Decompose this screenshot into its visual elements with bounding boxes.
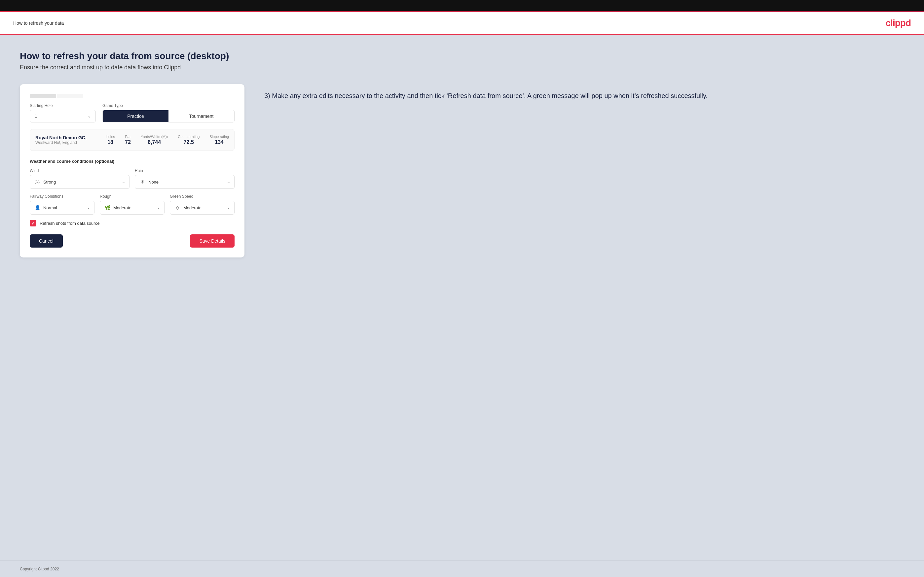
green-speed-select-left: ◇ Moderate xyxy=(174,204,202,211)
header-title: How to refresh your data xyxy=(13,21,64,26)
game-type-group: Game Type Practice Tournament xyxy=(102,103,234,122)
stat-yards: Yards/White (M)) 6,744 xyxy=(141,135,168,145)
content-row: Starting Hole 1 ⌄ Game Type Practice Tou… xyxy=(20,84,904,258)
wind-chevron: ⌄ xyxy=(122,180,125,184)
fairway-label: Fairway Conditions xyxy=(30,194,94,199)
stat-par: Par 72 xyxy=(125,135,131,145)
main-content: How to refresh your data from source (de… xyxy=(0,35,924,560)
wind-value: Strong xyxy=(43,180,56,185)
rough-select[interactable]: 🌿 Moderate ⌄ xyxy=(100,201,165,214)
tournament-button[interactable]: Tournament xyxy=(168,110,234,122)
tab-preview-2 xyxy=(57,94,83,98)
holes-label: Holes xyxy=(106,135,115,139)
rain-select[interactable]: ☀ None ⌄ xyxy=(135,175,234,189)
rough-group: Rough 🌿 Moderate ⌄ xyxy=(100,194,165,214)
footer: Copyright Clippd 2022 xyxy=(0,560,924,577)
starting-hole-chevron: ⌄ xyxy=(87,114,91,119)
rough-value: Moderate xyxy=(113,205,131,210)
fairway-group: Fairway Conditions 👤 Normal ⌄ xyxy=(30,194,94,214)
fairway-select[interactable]: 👤 Normal ⌄ xyxy=(30,201,94,214)
top-bar-accent xyxy=(0,11,924,12)
fairway-value: Normal xyxy=(43,205,57,210)
rain-chevron: ⌄ xyxy=(227,180,230,184)
top-bar xyxy=(0,0,924,12)
stat-course-rating: Course rating 72.5 xyxy=(178,135,200,145)
rough-chevron: ⌄ xyxy=(157,205,160,210)
green-speed-label: Green Speed xyxy=(170,194,234,199)
wind-label: Wind xyxy=(30,168,129,173)
course-stats: Holes 18 Par 72 Yards/White (M)) 6,744 C… xyxy=(106,135,229,145)
logo: clippd xyxy=(886,18,911,28)
par-label: Par xyxy=(125,135,131,139)
wind-select-left: 🌬 Strong xyxy=(34,179,56,185)
cancel-button[interactable]: Cancel xyxy=(30,234,63,248)
wind-rain-row: Wind 🌬 Strong ⌄ Rain ☀ None xyxy=(30,168,234,189)
holes-value: 18 xyxy=(106,139,115,145)
course-rating-value: 72.5 xyxy=(178,139,200,145)
instruction-text: 3) Make any extra edits necessary to the… xyxy=(264,91,904,101)
starting-hole-label: Starting Hole xyxy=(30,103,96,108)
course-name: Royal North Devon GC, xyxy=(36,135,87,140)
wind-select[interactable]: 🌬 Strong ⌄ xyxy=(30,175,129,189)
fairway-chevron: ⌄ xyxy=(87,205,90,210)
course-info: Royal North Devon GC, Westward Ho!, Engl… xyxy=(36,135,87,145)
fairway-icon: 👤 xyxy=(34,204,40,211)
wind-group: Wind 🌬 Strong ⌄ xyxy=(30,168,129,189)
green-speed-value: Moderate xyxy=(183,205,202,210)
practice-button[interactable]: Practice xyxy=(103,110,168,122)
form-actions: Cancel Save Details xyxy=(30,234,234,248)
game-type-label: Game Type xyxy=(102,103,234,108)
stat-slope-rating: Slope rating 134 xyxy=(210,135,229,145)
green-speed-select[interactable]: ◇ Moderate ⌄ xyxy=(170,201,234,214)
rough-select-left: 🌿 Moderate xyxy=(104,204,131,211)
conditions-second-row: Fairway Conditions 👤 Normal ⌄ Rough 🌿 xyxy=(30,194,234,214)
page-subheading: Ensure the correct and most up to date d… xyxy=(20,64,904,71)
header: How to refresh your data clippd xyxy=(0,12,924,35)
slope-rating-label: Slope rating xyxy=(210,135,229,139)
form-panel: Starting Hole 1 ⌄ Game Type Practice Tou… xyxy=(20,84,244,258)
wind-icon: 🌬 xyxy=(34,179,40,185)
rain-value: None xyxy=(148,180,158,185)
rain-label: Rain xyxy=(135,168,234,173)
green-speed-group: Green Speed ◇ Moderate ⌄ xyxy=(170,194,234,214)
game-type-buttons: Practice Tournament xyxy=(102,110,234,122)
conditions-section-label: Weather and course conditions (optional) xyxy=(30,159,234,164)
side-instruction: 3) Make any extra edits necessary to the… xyxy=(264,84,904,101)
fairway-select-left: 👤 Normal xyxy=(34,204,57,211)
rain-select-left: ☀ None xyxy=(139,179,158,185)
refresh-checkbox[interactable] xyxy=(30,220,36,226)
tab-preview-1 xyxy=(30,94,56,98)
page-heading: How to refresh your data from source (de… xyxy=(20,51,904,61)
starting-hole-value: 1 xyxy=(35,114,37,119)
course-card: Royal North Devon GC, Westward Ho!, Engl… xyxy=(30,129,234,151)
stat-holes: Holes 18 xyxy=(106,135,115,145)
form-top-row: Starting Hole 1 ⌄ Game Type Practice Tou… xyxy=(30,103,234,122)
rain-group: Rain ☀ None ⌄ xyxy=(135,168,234,189)
copyright: Copyright Clippd 2022 xyxy=(20,567,59,571)
yards-label: Yards/White (M)) xyxy=(141,135,168,139)
refresh-checkbox-row: Refresh shots from data source xyxy=(30,220,234,226)
starting-hole-group: Starting Hole 1 ⌄ xyxy=(30,103,96,122)
rough-icon: 🌿 xyxy=(104,204,111,211)
save-button[interactable]: Save Details xyxy=(190,234,234,248)
rain-icon: ☀ xyxy=(139,179,146,185)
slope-rating-value: 134 xyxy=(210,139,229,145)
yards-value: 6,744 xyxy=(141,139,168,145)
refresh-label: Refresh shots from data source xyxy=(40,221,99,226)
rough-label: Rough xyxy=(100,194,165,199)
par-value: 72 xyxy=(125,139,131,145)
starting-hole-select[interactable]: 1 ⌄ xyxy=(30,110,96,122)
course-location: Westward Ho!, England xyxy=(36,140,87,145)
course-rating-label: Course rating xyxy=(178,135,200,139)
green-speed-icon: ◇ xyxy=(174,204,181,211)
green-speed-chevron: ⌄ xyxy=(227,205,230,210)
